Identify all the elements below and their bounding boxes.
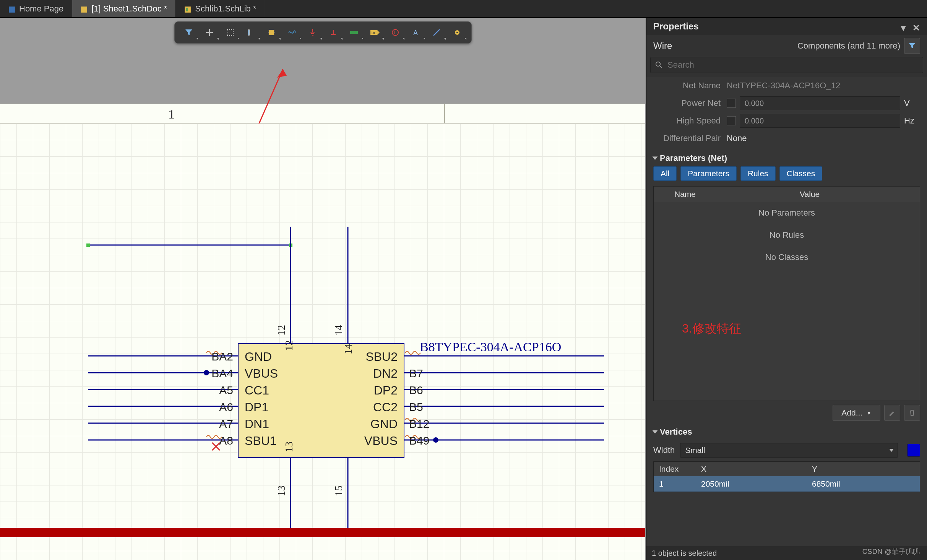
pin-name: DN1 [245, 416, 278, 432]
pin-name: CC2 [352, 399, 398, 416]
svg-rect-5 [269, 30, 274, 35]
tool-select-rect[interactable] [220, 24, 240, 41]
pill-parameters[interactable]: Parameters [680, 166, 737, 181]
tool-directive[interactable]: DI [364, 24, 385, 41]
col-index[interactable]: Index [654, 462, 696, 476]
tab-label: Schlib1.SchLib * [195, 4, 256, 14]
tool-filter[interactable] [179, 24, 199, 41]
power-net-checkbox[interactable] [727, 99, 736, 108]
pin-name: GND [352, 416, 398, 432]
tool-text[interactable]: A [406, 24, 426, 41]
chevron-down-icon [653, 157, 658, 160]
pin-name: SBU2 [352, 348, 398, 365]
component-ref: B8TYPEC-304A-ACP16O [420, 340, 561, 354]
tab-home[interactable]: Home Page [0, 0, 72, 17]
pin-num: A5 [191, 382, 233, 399]
col-y[interactable]: Y [807, 462, 920, 476]
add-button[interactable]: Add...▼ [833, 405, 880, 421]
pin-num: 15 [333, 485, 345, 496]
width-select[interactable]: Small [680, 443, 898, 458]
svg-rect-21 [86, 243, 90, 247]
search-box[interactable] [650, 57, 923, 73]
edit-button[interactable] [884, 405, 900, 421]
tool-error[interactable]: i [385, 24, 406, 41]
diff-pair-label: Differential Pair [646, 133, 727, 143]
filter-button[interactable] [904, 38, 920, 54]
pin-name: DP2 [352, 382, 398, 399]
pill-rules[interactable]: Rules [740, 166, 776, 181]
wire-color-swatch[interactable] [907, 444, 920, 457]
tab-label: [1] Sheet1.SchDoc * [91, 4, 167, 14]
filter-scope[interactable]: Components (and 11 more) [797, 41, 900, 51]
vertex-row[interactable]: 1 2050mil 6850mil [654, 476, 920, 492]
pin-num: A8 [191, 432, 233, 449]
tool-line[interactable] [426, 24, 447, 41]
pin-name: CC1 [245, 382, 278, 399]
chevron-down-icon [653, 430, 658, 434]
svg-point-41 [433, 437, 438, 443]
svg-line-43 [660, 66, 662, 68]
watermark: CSDN @菲子叽叽 [862, 547, 920, 556]
col-name[interactable]: Name [669, 190, 794, 199]
tool-via[interactable] [447, 24, 468, 41]
panel-menu-icon[interactable]: ▾ [901, 23, 909, 30]
pin-name: VBUS [352, 432, 398, 449]
svg-point-13 [456, 32, 458, 33]
tool-palette: DI i A [174, 21, 472, 44]
power-net-field[interactable]: 0.000 [740, 96, 900, 110]
schdoc-icon [81, 5, 88, 12]
col-x[interactable]: X [696, 462, 807, 476]
pin-num: 14 [333, 325, 345, 336]
schematic-canvas[interactable]: 1 1.点击放置线 2.放在这些位置 [0, 47, 646, 560]
pill-classes[interactable]: Classes [779, 166, 823, 181]
tool-bus[interactable] [344, 24, 364, 41]
vertices-table: Index X Y 1 2050mil 6850mil [653, 461, 920, 492]
svg-point-42 [656, 62, 660, 66]
section-parameters[interactable]: Parameters (Net) [653, 153, 920, 163]
high-speed-checkbox[interactable] [727, 116, 736, 125]
pin-num: B12 [409, 416, 429, 432]
search-icon [655, 61, 663, 69]
tool-component[interactable] [261, 24, 282, 41]
panel-close-icon[interactable]: ✕ [912, 23, 920, 30]
col-value[interactable]: Value [794, 190, 920, 199]
pin-num: A6 [191, 399, 233, 416]
tool-align[interactable] [240, 24, 261, 41]
column-number: 1 [168, 107, 175, 122]
tab-sheet1[interactable]: [1] Sheet1.SchDoc * [72, 0, 176, 17]
delete-button[interactable] [904, 405, 920, 421]
unit: V [904, 98, 920, 108]
pin-name: GND [245, 348, 278, 365]
pin-num: 13 [275, 485, 287, 496]
tool-power-gnd[interactable] [302, 24, 323, 41]
properties-header: Properties ▾ ✕ [646, 18, 927, 35]
status-text: 1 object is selected [652, 549, 717, 558]
section-vertices[interactable]: Vertices [653, 427, 920, 437]
tool-power-bar[interactable] [323, 24, 344, 41]
search-input[interactable] [667, 60, 918, 70]
sheet-red-band [0, 528, 645, 537]
power-net-label: Power Net [646, 98, 727, 108]
pin-name: DN2 [352, 365, 398, 382]
inner-pin: 12 [283, 340, 295, 351]
width-label: Width [653, 445, 675, 455]
high-speed-field[interactable]: 0.000 [740, 114, 900, 128]
pin-num: B49 [409, 432, 429, 449]
tool-cross[interactable] [199, 24, 220, 41]
document-tabs: Home Page [1] Sheet1.SchDoc * Schlib1.Sc… [0, 0, 927, 18]
sheet: B8TYPEC-304A-ACP16O BA2 BA4 A5 A6 A7 A8 … [0, 123, 645, 560]
tab-schlib[interactable]: Schlib1.SchLib * [176, 0, 265, 17]
parameters-table: Name Value No Parameters No Rules No Cla… [653, 186, 920, 401]
tool-net[interactable] [282, 24, 302, 41]
inner-pin: 13 [283, 442, 295, 452]
home-icon [8, 5, 15, 12]
svg-text:i: i [394, 30, 395, 35]
net-name-label: Net Name [646, 81, 727, 91]
no-classes: No Classes [654, 246, 920, 268]
pin-name: SBU1 [245, 432, 278, 449]
schlib-icon [184, 5, 191, 12]
pill-all[interactable]: All [653, 166, 677, 181]
no-rules: No Rules [654, 224, 920, 246]
unit: Hz [904, 116, 920, 126]
pin-num: B6 [409, 382, 429, 399]
